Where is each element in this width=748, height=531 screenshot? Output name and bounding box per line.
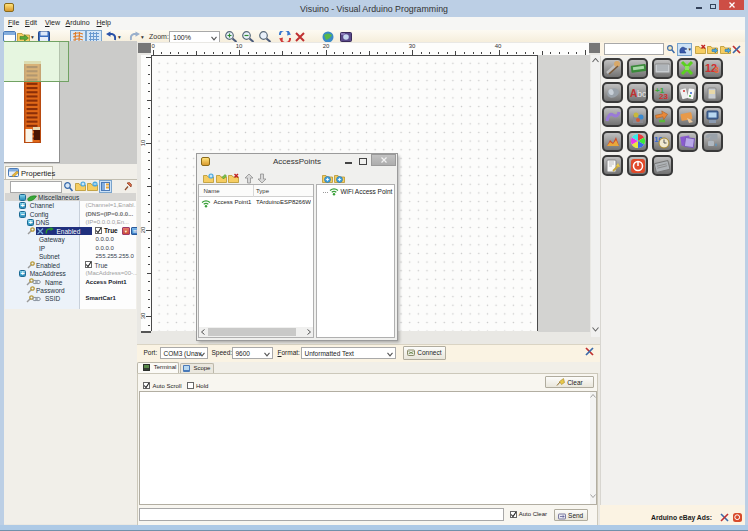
svg-text:23: 23 (659, 92, 668, 101)
svg-text:bc: bc (637, 89, 646, 99)
svg-text:3: 3 (714, 65, 719, 75)
